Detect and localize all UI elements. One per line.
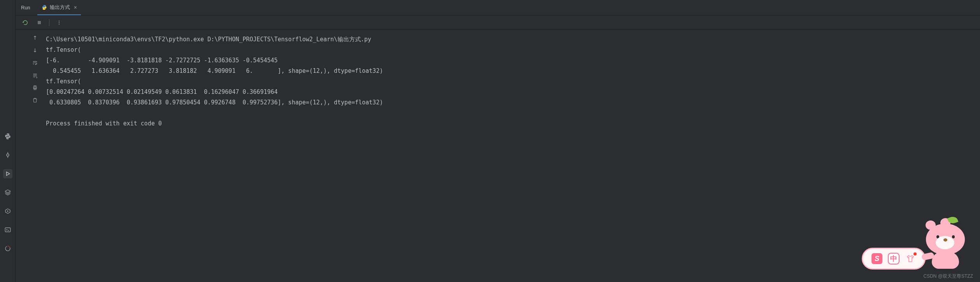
- bear-mascot[interactable]: [920, 219, 971, 270]
- badge-shirt-icon[interactable]: [905, 253, 916, 264]
- console-gutter: [27, 30, 43, 282]
- trash-icon[interactable]: [31, 96, 39, 104]
- mascot-widget[interactable]: S 中: [856, 219, 971, 270]
- svg-point-8: [59, 22, 60, 23]
- tab-close-icon[interactable]: ×: [74, 4, 77, 11]
- more-button[interactable]: [55, 18, 63, 27]
- soft-wrap-icon[interactable]: [31, 58, 39, 67]
- python-icon[interactable]: [3, 132, 12, 141]
- run-icon[interactable]: [3, 169, 12, 178]
- console-output[interactable]: C:\Users\10501\miniconda3\envs\TF2\pytho…: [43, 30, 980, 282]
- terminal-icon[interactable]: [3, 225, 12, 234]
- badge-zhong[interactable]: 中: [888, 253, 900, 264]
- badge-s[interactable]: S: [872, 253, 882, 264]
- scroll-down-icon[interactable]: [31, 46, 39, 55]
- rerun-button[interactable]: [21, 18, 30, 27]
- toolbar-divider: [49, 19, 49, 26]
- stop-button[interactable]: [35, 18, 44, 27]
- ide-left-rail: [0, 0, 16, 282]
- notification-dot: [914, 252, 917, 256]
- layers-icon[interactable]: [3, 188, 12, 197]
- services-icon[interactable]: [3, 206, 12, 216]
- console-area: C:\Users\10501\miniconda3\envs\TF2\pytho…: [27, 30, 980, 282]
- print-icon[interactable]: [31, 83, 39, 92]
- commit-icon[interactable]: [3, 150, 12, 160]
- svg-point-7: [59, 20, 60, 21]
- tool-window-title: Run: [21, 5, 37, 11]
- run-toolbar: [16, 16, 980, 30]
- svg-rect-12: [34, 88, 36, 90]
- run-tool-window-header: Run 输出方式 ×: [16, 0, 980, 16]
- svg-rect-6: [38, 21, 41, 24]
- tab-label: 输出方式: [50, 4, 70, 11]
- scroll-end-icon[interactable]: [31, 71, 39, 79]
- mascot-bubble[interactable]: S 中: [862, 248, 926, 270]
- svg-rect-11: [34, 86, 36, 87]
- svg-point-9: [59, 23, 60, 24]
- problems-icon[interactable]: [3, 244, 12, 253]
- run-tab[interactable]: 输出方式 ×: [37, 0, 81, 15]
- svg-point-0: [7, 154, 9, 156]
- python-file-icon: [41, 4, 47, 11]
- svg-rect-3: [5, 228, 10, 232]
- scroll-up-icon[interactable]: [31, 33, 39, 42]
- watermark-text: CSDN @双天至尊STZZ: [923, 273, 973, 280]
